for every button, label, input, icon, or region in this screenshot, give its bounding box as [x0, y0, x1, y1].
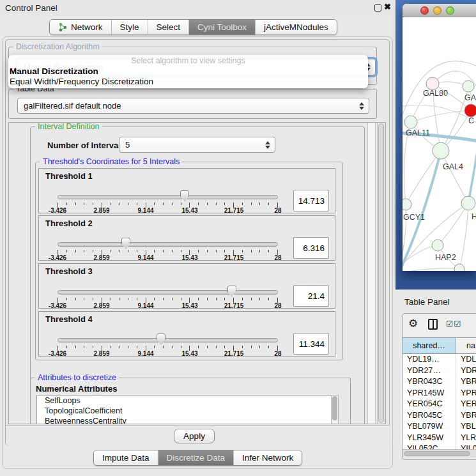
network-canvas[interactable]: GAL80GACGAL11GAL4GCY1HHAP2: [403, 17, 476, 271]
network-node-ga[interactable]: [463, 81, 474, 92]
tab-cyni-toolbox[interactable]: Cyni Toolbox: [189, 20, 256, 35]
split-columns-icon[interactable]: [428, 319, 438, 330]
attribute-item-topologicalcoefficient[interactable]: TopologicalCoefficient: [37, 406, 331, 416]
slider-thumb[interactable]: [157, 334, 165, 344]
network-edge[interactable]: [406, 151, 441, 204]
tab-select[interactable]: Select: [148, 20, 190, 35]
slider-thumb[interactable]: [227, 286, 236, 296]
threshold-label: Threshold 1: [45, 171, 93, 181]
threshold-panel-3: Threshold 3-3.4262.8599.14415.4321.71528: [38, 263, 335, 309]
network-edge[interactable]: [459, 203, 468, 269]
control-panel-titlebar: Control Panel ✖: [0, 0, 395, 17]
network-node-gcy1[interactable]: [403, 199, 411, 210]
tab-style[interactable]: Style: [112, 20, 148, 35]
slider-track[interactable]: [58, 290, 278, 295]
algorithm-group-label: Discretization Algorithm: [13, 42, 102, 51]
table-row[interactable]: YDL19…YDL1: [403, 354, 476, 365]
table-row[interactable]: YPR145WYPR1: [403, 388, 476, 399]
checked-checkboxes-icon[interactable]: ☑☑: [446, 319, 461, 328]
bottom-tab-bar: Impute DataDiscretize DataInfer Network: [93, 450, 302, 466]
zoom-traffic-light[interactable]: [446, 6, 454, 15]
network-edge[interactable]: [411, 111, 471, 122]
network-edge[interactable]: [468, 136, 476, 203]
slider-track[interactable]: [58, 195, 278, 199]
slider-thumb[interactable]: [121, 238, 130, 249]
tab-jactivemnodules[interactable]: jActiveMNodules: [256, 20, 337, 35]
table-row[interactable]: YIL052CYIL0: [403, 443, 476, 449]
network-node-gal80[interactable]: [426, 77, 439, 90]
table-row[interactable]: YER054CYER0: [403, 399, 476, 410]
tab-label: Network: [71, 22, 103, 32]
cell-name[interactable]: YLR3: [456, 433, 476, 444]
close-traffic-light[interactable]: [420, 6, 429, 15]
network-node-c[interactable]: [464, 104, 476, 117]
network-edge[interactable]: [403, 245, 438, 266]
number-of-intervals-spinner[interactable]: 5: [119, 137, 275, 153]
cell-name[interactable]: YBR0: [456, 410, 476, 422]
apply-button[interactable]: Apply: [174, 429, 215, 443]
cell-name[interactable]: YPR1: [456, 388, 476, 399]
close-panel-icon[interactable]: ✖: [384, 2, 391, 12]
node-label: H: [472, 212, 476, 221]
network-graph: GAL80GACGAL11GAL4GCY1HHAP2: [403, 17, 476, 271]
table-row[interactable]: YDR27…YDR2: [403, 365, 476, 377]
node-label: HAP2: [435, 253, 456, 262]
threshold-value-field[interactable]: [293, 190, 329, 211]
table-data-combobox[interactable]: galFiltered.sif default node: [17, 98, 369, 114]
popup-item-equal-width-frequency[interactable]: Equal Width/Frequency Discretization: [8, 77, 368, 87]
gear-icon[interactable]: ⚙: [408, 317, 418, 330]
tab-discretize-data[interactable]: Discretize Data: [158, 450, 234, 465]
slider-track[interactable]: [58, 242, 278, 247]
network-edge[interactable]: [438, 203, 468, 245]
network-node[interactable]: [454, 264, 464, 271]
cell-shared-name[interactable]: YER054C: [403, 399, 456, 410]
network-edge[interactable]: [403, 268, 459, 271]
column-header-shared-name[interactable]: shared…: [403, 338, 456, 353]
network-node-h[interactable]: [461, 196, 475, 210]
cell-shared-name[interactable]: YPR145W: [403, 388, 456, 399]
network-node-gal11[interactable]: [404, 116, 417, 128]
network-edge[interactable]: [441, 151, 468, 203]
table-row[interactable]: YLR345WYLR3: [403, 433, 476, 444]
tab-infer-network[interactable]: Infer Network: [234, 450, 302, 465]
cell-shared-name[interactable]: YIL052C: [403, 443, 456, 449]
cell-name[interactable]: YBR0: [456, 376, 476, 388]
apply-bar: Apply: [6, 425, 390, 446]
table-horizontal-scrollbar[interactable]: [403, 449, 476, 457]
table-row[interactable]: YBR043CYBR0: [403, 376, 476, 388]
attribute-item-selfloops[interactable]: SelfLoops: [37, 395, 331, 406]
slider-thumb[interactable]: [180, 190, 189, 201]
cell-shared-name[interactable]: YDL19…: [403, 354, 456, 365]
tab-impute-data[interactable]: Impute Data: [94, 450, 158, 465]
cell-name[interactable]: YIL0: [456, 443, 476, 449]
settings-scrollpane: Interval Definition Number of Intervals …: [8, 122, 386, 424]
cell-name[interactable]: YBL0: [456, 421, 476, 433]
threshold-value-field[interactable]: [293, 333, 329, 355]
cell-shared-name[interactable]: YBR043C: [403, 376, 456, 388]
network-node-hap2[interactable]: [432, 240, 443, 251]
tab-network[interactable]: Network: [50, 20, 112, 35]
inner-scrollbar-track[interactable]: [367, 123, 376, 424]
cell-shared-name[interactable]: YDR27…: [403, 365, 456, 377]
column-header-name[interactable]: na: [456, 338, 476, 353]
attribute-item-betweennesscentrality[interactable]: BetweennessCentrality: [37, 416, 331, 424]
cell-name[interactable]: YDR2: [456, 365, 476, 377]
numerical-attributes-list[interactable]: SelfLoopsTopologicalCoefficientBetweenne…: [36, 395, 331, 424]
slider-track[interactable]: [58, 338, 278, 342]
cell-shared-name[interactable]: YBL079W: [403, 421, 456, 433]
threshold-value-field[interactable]: [293, 237, 329, 259]
cell-shared-name[interactable]: YBR045C: [403, 410, 456, 422]
threshold-panel-1: Threshold 1-3.4262.8599.14415.4321.71528: [38, 168, 335, 213]
threshold-value-field[interactable]: [293, 285, 329, 307]
popup-item-manual-discretization[interactable]: Manual Discretization: [8, 66, 368, 77]
cell-name[interactable]: YDL1: [456, 354, 476, 365]
settings-scrollbar[interactable]: [377, 123, 385, 424]
network-node-gal4[interactable]: [433, 142, 449, 159]
cell-shared-name[interactable]: YLR345W: [403, 433, 456, 444]
minimize-traffic-light[interactable]: [433, 6, 441, 15]
table-row[interactable]: YBL079WYBL0: [403, 421, 476, 433]
table-row[interactable]: YBR045CYBR0: [403, 410, 476, 422]
attributes-list-scrollbar[interactable]: [331, 395, 339, 424]
float-panel-icon[interactable]: [374, 4, 381, 12]
cell-name[interactable]: YER0: [456, 399, 476, 410]
